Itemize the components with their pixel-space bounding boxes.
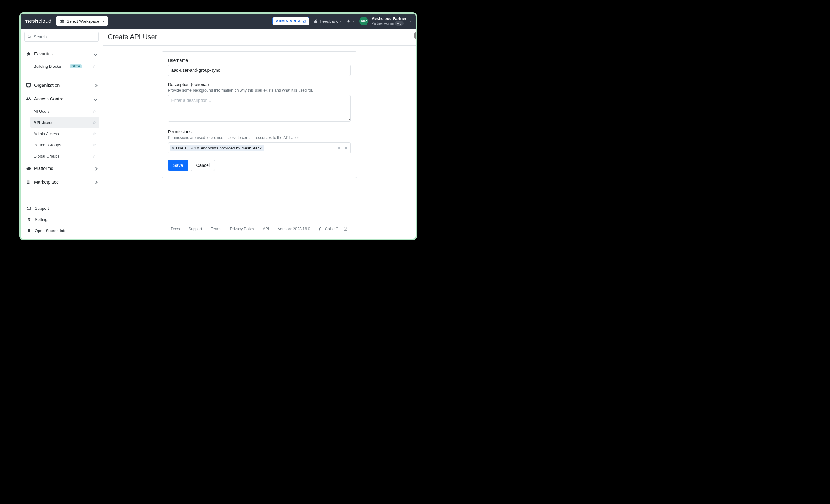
- sidebar-item-label: Global Groups: [34, 154, 60, 158]
- external-link-icon: [302, 19, 306, 23]
- cancel-button[interactable]: Cancel: [191, 160, 215, 171]
- sidebar-item-label: Admin Access: [34, 131, 59, 136]
- sidebar-item-label: API Users: [34, 120, 53, 125]
- form-card: Username Description (optional) Provide …: [162, 51, 357, 178]
- file-icon: [27, 228, 31, 233]
- field-username: Username: [168, 58, 351, 76]
- user-menu[interactable]: MP Meshcloud Partner Partner Admin + 6: [359, 17, 412, 26]
- sidebar-section-label: Marketplace: [34, 180, 59, 185]
- save-button[interactable]: Save: [168, 160, 189, 171]
- field-label: Username: [168, 58, 351, 63]
- caret-down-icon: [353, 21, 355, 23]
- page-title: Create API User: [108, 33, 411, 41]
- sidebar-section-organization[interactable]: Organization: [24, 78, 99, 92]
- admin-area-button[interactable]: ADMIN AREA: [273, 17, 309, 25]
- field-hint: Permissions are used to provide access t…: [168, 135, 351, 140]
- footer-link-api[interactable]: API: [263, 227, 269, 231]
- footer-collie-label: Collie CLI: [325, 227, 342, 231]
- sidebar-item-global-groups[interactable]: Global Groups☆: [30, 150, 99, 162]
- caret-down-icon: [102, 19, 105, 24]
- sidebar-section-marketplace[interactable]: Marketplace: [24, 175, 99, 189]
- sidebar-item-label: Settings: [35, 217, 50, 222]
- caret-down-icon: [409, 21, 412, 23]
- footer-version: Version: 2023.16.0: [278, 227, 310, 231]
- remove-tag-button[interactable]: ×: [172, 146, 174, 150]
- body: Favorites Building Blocks BETA ☆: [21, 29, 416, 239]
- select-workspace-button[interactable]: Select Workspace: [56, 17, 108, 26]
- star-outline-icon[interactable]: ☆: [93, 109, 96, 114]
- main: Create API User Username Description (op…: [103, 29, 416, 239]
- sidebar-footer-support[interactable]: Support: [21, 202, 102, 214]
- footer-link-support[interactable]: Support: [189, 227, 202, 231]
- sidebar-section-label: Organization: [34, 83, 60, 88]
- bell-icon: [346, 19, 351, 23]
- select-workspace-label: Select Workspace: [67, 19, 99, 24]
- sidebar-item-label: Building Blocks: [34, 64, 61, 69]
- monitor-icon: [26, 83, 31, 88]
- sidebar-section-label: Platforms: [34, 166, 53, 171]
- caret-down-icon: [340, 21, 342, 23]
- chevron-right-icon: [94, 180, 97, 185]
- permission-tag: × Use all SCIM endpoints provided by mes…: [170, 145, 264, 151]
- thumbs-up-icon: [314, 19, 318, 23]
- footer-link-terms[interactable]: Terms: [211, 227, 221, 231]
- field-hint: Provide some background information on w…: [168, 88, 351, 93]
- github-icon: [319, 227, 323, 231]
- permission-tag-label: Use all SCIM endpoints provided by meshS…: [176, 146, 261, 150]
- star-icon: [26, 51, 31, 56]
- sidebar-search: [21, 29, 102, 45]
- feedback-link[interactable]: Feedback: [314, 19, 342, 24]
- search-icon: [27, 34, 32, 39]
- star-outline-icon[interactable]: ☆: [93, 143, 96, 147]
- sidebar-item-building-blocks[interactable]: Building Blocks BETA ☆: [30, 61, 99, 72]
- external-link-icon: [344, 227, 348, 231]
- user-role: Partner Admin + 6: [371, 21, 406, 26]
- sidebar-section-favorites[interactable]: Favorites: [24, 47, 99, 61]
- user-name: Meshcloud Partner: [371, 17, 406, 21]
- beta-badge: BETA: [70, 64, 82, 68]
- username-input[interactable]: [168, 65, 351, 76]
- page-header: Create API User: [103, 29, 416, 46]
- star-outline-icon[interactable]: ☆: [93, 131, 96, 136]
- form-actions: Save Cancel: [168, 160, 351, 171]
- footer-link-docs[interactable]: Docs: [171, 227, 180, 231]
- caret-down-icon[interactable]: ▾: [345, 145, 347, 151]
- clear-all-button[interactable]: ×: [338, 146, 340, 150]
- sidebar-item-partner-groups[interactable]: Partner Groups☆: [30, 139, 99, 150]
- sidebar-footer-settings[interactable]: Settings: [21, 214, 102, 225]
- sidebar-item-all-users[interactable]: All Users☆: [30, 106, 99, 117]
- footer-link-privacy[interactable]: Privacy Policy: [230, 227, 254, 231]
- cloud-icon: [26, 166, 31, 171]
- sidebar-section-platforms[interactable]: Platforms: [24, 162, 99, 175]
- field-description: Description (optional) Provide some back…: [168, 82, 351, 123]
- footer-link-collie[interactable]: Collie CLI: [319, 227, 348, 231]
- description-textarea[interactable]: [168, 95, 351, 122]
- bank-icon: [60, 19, 64, 23]
- divider: [24, 75, 99, 75]
- sidebar-section-label: Access Control: [34, 96, 65, 101]
- sidebar-section-access-control[interactable]: Access Control: [24, 92, 99, 106]
- star-outline-icon[interactable]: ☆: [93, 154, 96, 158]
- sidebar-item-label: Support: [35, 206, 49, 211]
- sidebar-section-label: Favorites: [34, 51, 53, 56]
- field-permissions: Permissions Permissions are used to prov…: [168, 129, 351, 154]
- search-input[interactable]: [24, 32, 99, 42]
- chevron-down-icon: [94, 96, 97, 101]
- chevron-right-icon: [94, 83, 97, 88]
- sidebar-footer-oss[interactable]: Open Source Info: [21, 225, 102, 236]
- users-icon: [26, 96, 31, 101]
- sidebar-item-admin-access[interactable]: Admin Access☆: [30, 128, 99, 139]
- mail-icon: [27, 206, 31, 210]
- admin-area-label: ADMIN AREA: [276, 19, 300, 23]
- window-scrollbar[interactable]: [414, 32, 417, 38]
- avatar: MP: [359, 17, 368, 26]
- notifications-button[interactable]: [346, 19, 355, 23]
- sidebar-nav: Favorites Building Blocks BETA ☆: [21, 45, 102, 200]
- feedback-label: Feedback: [320, 19, 338, 24]
- star-outline-icon[interactable]: ☆: [93, 64, 96, 69]
- permissions-multiselect[interactable]: × Use all SCIM endpoints provided by mes…: [168, 142, 351, 154]
- sidebar-item-label: Partner Groups: [34, 143, 61, 147]
- star-outline-icon[interactable]: ☆: [93, 120, 96, 125]
- sidebar-item-api-users[interactable]: API Users☆: [30, 117, 99, 128]
- content: Username Description (optional) Provide …: [103, 46, 416, 239]
